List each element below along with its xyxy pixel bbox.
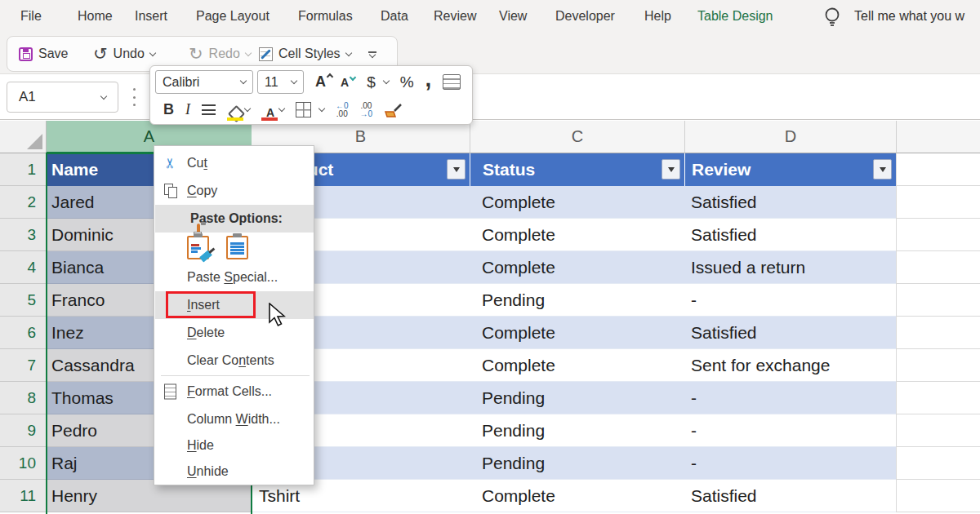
cell-e11[interactable] — [896, 480, 980, 512]
cell-c10[interactable]: Pending — [470, 447, 684, 480]
column-header-e[interactable] — [896, 121, 980, 153]
cell-d11[interactable]: Satisfied — [684, 480, 896, 512]
paste-values-button[interactable] — [226, 236, 248, 259]
menu-item-column-width[interactable]: Column Width... — [154, 405, 314, 433]
increase-decimal-button[interactable]: ←0 .00 — [336, 98, 349, 122]
caret-down-icon — [350, 73, 356, 80]
menu-item-unhide[interactable]: Unhide — [154, 458, 314, 485]
save-button[interactable]: Save — [19, 37, 68, 71]
redo-dropdown-icon — [245, 49, 252, 55]
menu-item-paste-special[interactable]: Paste Special... — [154, 264, 314, 291]
borders-lines-button[interactable] — [202, 98, 216, 122]
fill-color-dropdown-icon[interactable] — [244, 105, 251, 112]
bold-button[interactable]: B — [163, 98, 174, 122]
name-box[interactable]: A1 — [7, 82, 118, 113]
font-size-combo[interactable]: 11 — [257, 70, 304, 94]
cell-c4[interactable]: Complete — [470, 251, 684, 284]
format-painter-icon — [384, 102, 403, 118]
cell-c8[interactable]: Pending — [470, 382, 684, 414]
italic-button[interactable]: I — [185, 98, 190, 122]
cell-e5[interactable] — [896, 284, 980, 317]
undo-dropdown-icon[interactable] — [149, 49, 156, 55]
cell-e8[interactable] — [896, 382, 980, 414]
paste-brush-icon — [199, 250, 212, 262]
font-color-dropdown-icon[interactable] — [278, 105, 285, 112]
cell-d2[interactable]: Satisfied — [684, 186, 896, 219]
cut-icon: ✂ — [156, 157, 184, 169]
cell-d6[interactable]: Satisfied — [684, 317, 896, 349]
menu-item-format-cells[interactable]: Format Cells... — [154, 378, 314, 405]
tab-page-layout[interactable]: Page Layout — [196, 0, 270, 33]
cell-c5[interactable]: Pending — [470, 284, 684, 317]
menu-item-hide[interactable]: Hide — [154, 432, 314, 459]
cell-d4[interactable]: Issued a return — [684, 251, 896, 284]
font-name-combo[interactable]: Calibri — [155, 70, 253, 94]
column-header-c[interactable]: C — [470, 121, 684, 153]
cell-e3[interactable] — [896, 219, 980, 251]
sheet-row-3: Dominic Complete Satisfied — [0, 219, 980, 251]
cell-e9[interactable] — [896, 414, 980, 447]
format-table-button[interactable] — [443, 70, 461, 94]
tab-view[interactable]: View — [499, 0, 527, 33]
filter-arrow-icon — [880, 167, 886, 172]
cell-c7[interactable]: Complete — [470, 349, 684, 382]
percent-icon: % — [400, 73, 414, 91]
cell-e10[interactable] — [896, 447, 980, 480]
cell-e4[interactable] — [896, 251, 980, 284]
cell-d10[interactable]: - — [684, 447, 896, 480]
cell-d7[interactable]: Sent for exchange — [684, 349, 896, 382]
cell-d8[interactable]: - — [684, 382, 896, 414]
decrease-font-size-button[interactable]: A — [341, 70, 355, 94]
fill-color-button[interactable] — [227, 98, 245, 122]
borders-button[interactable] — [296, 98, 311, 122]
menu-item-cut[interactable]: ✂ Cut — [154, 149, 314, 177]
font-color-button[interactable]: A — [261, 98, 279, 122]
tab-home[interactable]: Home — [78, 0, 113, 33]
cell-e1[interactable] — [896, 153, 980, 186]
cell-d5[interactable]: - — [684, 284, 896, 317]
undo-button[interactable]: ↺ Undo — [93, 37, 155, 71]
increase-font-size-button[interactable]: A — [315, 70, 332, 94]
header-cell-status[interactable]: Status — [470, 153, 684, 186]
tab-help[interactable]: Help — [644, 0, 671, 33]
tab-formulas[interactable]: Formulas — [298, 0, 353, 33]
menu-item-clear-contents[interactable]: Clear Contents — [154, 347, 314, 374]
cell-e2[interactable] — [896, 186, 980, 219]
cell-c6[interactable]: Complete — [470, 317, 684, 349]
column-header-d[interactable]: D — [684, 121, 896, 153]
product-filter-button[interactable] — [447, 159, 466, 179]
review-filter-button[interactable] — [873, 159, 892, 179]
percent-style-button[interactable]: % — [400, 70, 414, 94]
tab-insert[interactable]: Insert — [135, 0, 167, 33]
cell-d9[interactable]: - — [684, 414, 896, 447]
cell-e7[interactable] — [896, 349, 980, 382]
header-cell-review[interactable]: Review — [684, 153, 896, 186]
tab-data[interactable]: Data — [381, 0, 408, 33]
tab-table-design[interactable]: Table Design — [697, 0, 773, 33]
tell-me-search[interactable]: Tell me what you w — [854, 0, 964, 33]
tab-review[interactable]: Review — [434, 0, 476, 33]
comma-style-button[interactable]: , — [425, 70, 432, 94]
format-painter-button[interactable] — [384, 98, 403, 122]
tab-file[interactable]: File — [20, 0, 42, 33]
cell-styles-dropdown-icon[interactable] — [345, 49, 351, 55]
menu-item-delete[interactable]: Delete — [154, 319, 314, 347]
accounting-dropdown-icon[interactable] — [382, 78, 389, 84]
increase-decimal-icon: ←0 .00 — [336, 102, 349, 118]
cell-d3[interactable]: Satisfied — [684, 219, 896, 251]
tab-developer[interactable]: Developer — [555, 0, 615, 33]
sheet-row-4: Bianca Complete Issued a return — [0, 251, 980, 284]
select-all-corner[interactable] — [0, 121, 47, 153]
menu-item-copy[interactable]: Copy — [154, 177, 314, 205]
status-filter-button[interactable] — [662, 159, 680, 179]
cell-e6[interactable] — [896, 317, 980, 349]
name-box-dropdown-icon[interactable] — [100, 92, 107, 99]
cell-c11[interactable]: Complete — [470, 480, 684, 512]
paste-keep-formatting-button[interactable] — [187, 236, 209, 259]
decrease-decimal-button[interactable]: .00 →0 — [360, 98, 373, 122]
borders-dropdown-icon[interactable] — [318, 105, 325, 112]
cell-c2[interactable]: Complete — [470, 186, 684, 219]
cell-c9[interactable]: Pending — [470, 414, 684, 447]
accounting-format-button[interactable]: $ — [367, 70, 376, 94]
cell-c3[interactable]: Complete — [470, 219, 684, 251]
